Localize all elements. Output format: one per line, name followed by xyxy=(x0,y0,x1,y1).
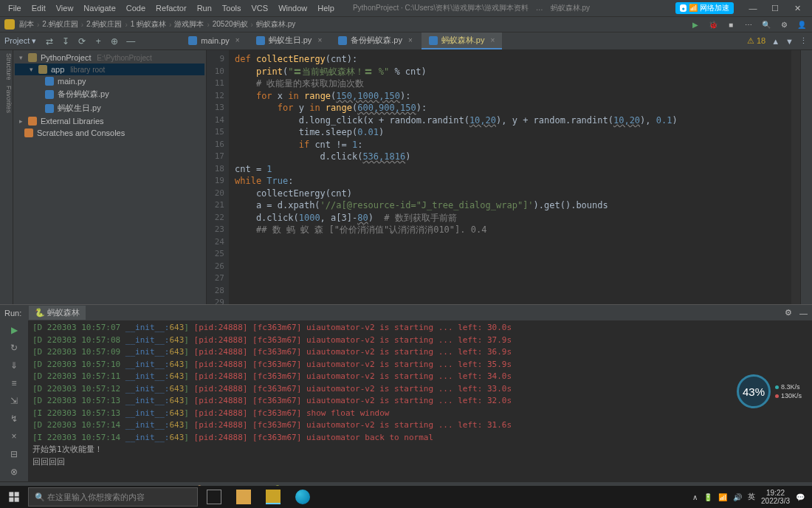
run-hide-icon[interactable]: — xyxy=(799,309,808,318)
close-tab-icon[interactable]: × xyxy=(317,36,322,44)
run-gutter-icon[interactable]: ⇲ xyxy=(7,394,21,408)
toolbar: Project ▾ ⇄↧⟳+⊕— main.py×蚂蚁生日.py×备份蚂蚁森.p… xyxy=(0,32,812,50)
start-button[interactable] xyxy=(3,486,25,508)
editor[interactable]: 9 10 11 12 13 14 15 16 17 18 19 20 21 22… xyxy=(207,50,800,304)
toolbar-icon[interactable]: + xyxy=(92,35,104,47)
run-gutter-icon[interactable]: ⊗ xyxy=(7,465,21,478)
breadcrumb-item[interactable]: 2.蚂蚁庄园 xyxy=(86,19,122,30)
run-gutter-icon[interactable]: ↯ xyxy=(7,412,21,425)
tree-row[interactable]: ▾PythonProject E:\PythonProject xyxy=(15,52,204,64)
next-highlight-icon[interactable]: ▼ xyxy=(785,37,794,46)
toolbar-icon[interactable]: ⟳ xyxy=(76,35,88,47)
avatar-icon[interactable]: 👤 xyxy=(796,18,808,30)
menu-view[interactable]: View xyxy=(52,2,78,14)
left-stripe[interactable]: Structure Favorites xyxy=(0,50,13,304)
tray-clock[interactable]: 19:222022/3/3 xyxy=(761,489,790,505)
run-gutter-icon[interactable]: ↻ xyxy=(7,341,21,354)
breadcrumb-item[interactable]: 2.蚂蚁庄园 xyxy=(42,19,78,30)
svg-rect-1 xyxy=(15,492,19,496)
app-icon xyxy=(4,19,15,30)
cloud-icon: ⬥ xyxy=(680,4,687,12)
tray-battery-icon[interactable]: 🔋 xyxy=(703,493,712,501)
toolbar-icon[interactable]: ⇄ xyxy=(44,35,55,47)
toolbar-icon[interactable]: ⊕ xyxy=(109,35,120,47)
file-icon xyxy=(338,36,347,45)
prev-highlight-icon[interactable]: ▲ xyxy=(771,37,780,46)
tree-row[interactable]: main.py xyxy=(15,75,204,87)
menu-run[interactable]: Run xyxy=(193,2,216,14)
system-tray[interactable]: ∧ 🔋 📶 🔊 英 19:222022/3/3 💬 xyxy=(692,489,809,505)
search-everywhere-button[interactable]: 🔍 xyxy=(760,18,772,30)
run-gutter-icon[interactable]: ⊟ xyxy=(7,447,21,461)
editor-tab[interactable]: main.py× xyxy=(181,32,247,49)
right-stripe[interactable] xyxy=(800,50,812,304)
tray-sound-icon[interactable]: 🔊 xyxy=(733,493,742,501)
run-gutter-icon[interactable]: × xyxy=(7,430,21,443)
editor-tab[interactable]: 蚂蚁生日.py× xyxy=(249,32,330,49)
file-icon xyxy=(429,36,438,45)
menu-file[interactable]: File xyxy=(4,2,25,14)
project-tool-window: ▾PythonProject E:\PythonProject▾app libr… xyxy=(13,50,207,304)
editor-tab[interactable]: 蚂蚁森林.py× xyxy=(422,32,503,49)
notification-icon[interactable]: 💬 xyxy=(796,493,805,501)
menu-help[interactable]: Help xyxy=(314,2,338,14)
explorer-icon[interactable] xyxy=(230,487,257,507)
settings-button[interactable]: ⚙ xyxy=(778,18,790,30)
run-gutter-icon[interactable]: ≡ xyxy=(7,377,21,390)
breadcrumb-item[interactable]: 蚂蚁森林.py xyxy=(256,19,295,30)
menu-edit[interactable]: Edit xyxy=(28,2,49,14)
breadcrumb-item[interactable]: 20520蚂蚁 xyxy=(213,19,248,30)
run-gutter-icon[interactable]: ⇓ xyxy=(7,359,21,372)
tree-row[interactable]: ▸External Libraries xyxy=(15,115,204,127)
menu-code[interactable]: Code xyxy=(123,2,149,14)
file-icon xyxy=(45,104,54,113)
toolbar-icon[interactable]: ↧ xyxy=(60,35,72,47)
run-button[interactable]: ▶ xyxy=(689,18,701,30)
close-tab-icon[interactable]: × xyxy=(408,36,413,44)
more-button[interactable]: ⋯ xyxy=(743,18,754,30)
editor-tab[interactable]: 备份蚂蚁森.py× xyxy=(331,32,420,49)
close-tab-icon[interactable]: × xyxy=(235,36,240,44)
tree-row[interactable]: 备份蚂蚁森.py xyxy=(15,87,204,101)
run-gutter-icon[interactable]: ▶ xyxy=(7,323,21,337)
run-config-tab[interactable]: 🐍 蚂蚁森林 xyxy=(29,306,86,320)
close-tab-icon[interactable]: × xyxy=(490,36,495,44)
edge-icon[interactable] xyxy=(289,487,316,507)
breadcrumb-item[interactable]: 1 蚂蚁森林 xyxy=(131,19,166,30)
toolbar-icon[interactable]: — xyxy=(125,35,137,47)
menu-navigate[interactable]: Navigate xyxy=(80,2,119,14)
inspection-badge[interactable]: ⚠ 18 xyxy=(747,36,765,46)
project-tool-label[interactable]: Project ▾ xyxy=(4,36,36,46)
menu-window[interactable]: Window xyxy=(275,2,311,14)
minimap[interactable] xyxy=(791,50,800,304)
menu-tools[interactable]: Tools xyxy=(219,2,245,14)
menu-refactor[interactable]: Refactor xyxy=(152,2,190,14)
tray-chevron-icon[interactable]: ∧ xyxy=(692,493,698,501)
tab-menu-icon[interactable]: ⋮ xyxy=(799,36,808,46)
maximize-button[interactable]: ☐ xyxy=(765,1,785,15)
stop-button[interactable]: ■ xyxy=(725,18,737,30)
tree-row[interactable]: ▾app library root xyxy=(15,64,204,75)
cloud-accel-badge[interactable]: ⬥ 📶 网络加速 xyxy=(675,2,734,14)
console-output[interactable]: [D 220303 10:57:07 __init__:643] [pid:24… xyxy=(28,320,812,481)
close-button[interactable]: ✕ xyxy=(787,1,808,15)
breadcrumb-item[interactable]: 游戏脚本 xyxy=(174,19,204,30)
speed-up: 8.3K/s xyxy=(781,382,800,391)
menu-vcs[interactable]: VCS xyxy=(248,2,272,14)
minimize-button[interactable]: — xyxy=(743,1,763,15)
tree-row[interactable]: 蚂蚁生日.py xyxy=(15,101,204,115)
taskbar-search[interactable]: 🔍 在这里输入你想搜索的内容 xyxy=(28,487,198,507)
tree-row[interactable]: Scratches and Consoles xyxy=(15,127,204,139)
tray-wifi-icon[interactable]: 📶 xyxy=(718,493,727,501)
code-area[interactable]: def collectEnergy(cnt): print("〓当前蚂蚁森林！〓… xyxy=(229,50,791,304)
run-settings-icon[interactable]: ⚙ xyxy=(785,308,792,318)
file-icon xyxy=(28,53,37,62)
breadcrumb-item[interactable]: 副本 xyxy=(19,19,34,30)
debug-button[interactable]: 🐞 xyxy=(707,18,719,30)
tray-ime-icon[interactable]: 英 xyxy=(748,492,755,502)
speed-percent: 43% xyxy=(737,374,771,408)
cloud-label: 📶 网络加速 xyxy=(689,3,729,13)
task-view-icon[interactable] xyxy=(201,487,227,507)
pycharm-task-icon[interactable] xyxy=(260,487,286,507)
speed-overlay: 43% 8.3K/s 130K/s xyxy=(737,374,802,408)
